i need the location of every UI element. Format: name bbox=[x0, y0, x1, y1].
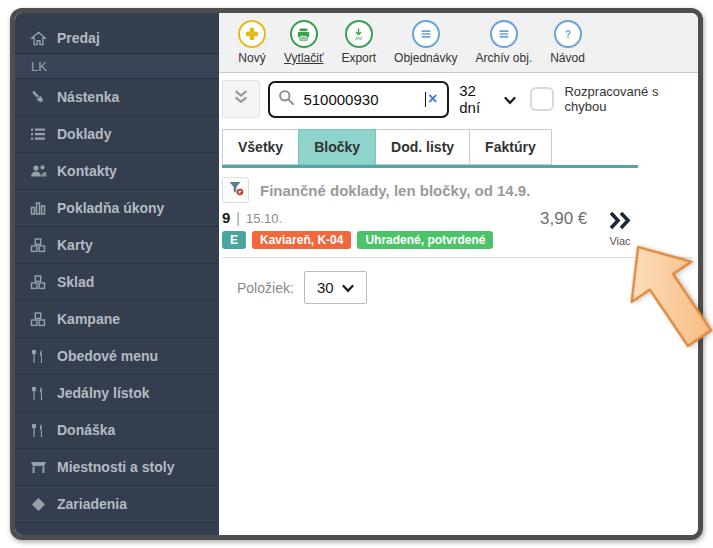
list-icon bbox=[29, 126, 47, 142]
toolbar-label: Vytlačiť bbox=[284, 51, 323, 65]
pagination: Položiek: 30 bbox=[237, 271, 367, 304]
tab-label: Dod. listy bbox=[391, 139, 454, 155]
cubes-icon bbox=[29, 237, 47, 253]
amount-value: 3,90 € bbox=[540, 209, 587, 229]
sidebar-item-predaj[interactable]: Predaj bbox=[15, 23, 219, 53]
tab-label: Všetky bbox=[238, 139, 283, 155]
toolbar: Nový Vytlačiť xml Export bbox=[219, 13, 698, 73]
location-badge: Kaviareň, K-04 bbox=[252, 231, 351, 249]
payment-status-badge: Uhradené, potvrdené bbox=[357, 231, 493, 249]
sidebar-item-pokladna-ukony[interactable]: Pokladňa úkony bbox=[15, 190, 219, 227]
period-select[interactable]: 32 dní bbox=[459, 82, 516, 116]
cutlery-icon bbox=[29, 385, 47, 401]
sidebar-item-lk[interactable]: LK bbox=[15, 53, 219, 79]
sidebar-item-obedove-menu[interactable]: Obedové menu bbox=[15, 338, 219, 375]
svg-text:?: ? bbox=[564, 29, 570, 40]
cutlery-icon bbox=[29, 348, 47, 364]
users-icon bbox=[29, 163, 47, 179]
double-chevron-down-icon bbox=[232, 88, 250, 110]
sidebar-item-karty[interactable]: Karty bbox=[15, 227, 219, 264]
sidebar-item-label: Obedové menu bbox=[57, 348, 158, 364]
sidebar-item-label: Kontakty bbox=[57, 163, 117, 179]
chevron-down-icon bbox=[342, 279, 354, 296]
sidebar-item-label: Nástenka bbox=[57, 89, 119, 105]
sidebar-item-zariadenia[interactable]: Zariadenia bbox=[15, 486, 219, 523]
orders-archive-button[interactable]: Archív obj. bbox=[466, 20, 541, 65]
sidebar-item-label: Doklady bbox=[57, 126, 111, 142]
new-button[interactable]: Nový bbox=[229, 20, 275, 65]
search-input[interactable]: 510000930 × bbox=[268, 81, 449, 118]
print-button[interactable]: Vytlačiť bbox=[275, 20, 332, 65]
document-type-tabs: Všetky Bločky Dod. listy Faktúry bbox=[222, 129, 551, 165]
table-row[interactable]: 9 | 15.10. E Kaviareň, K-04 Uhradené, po… bbox=[222, 209, 694, 255]
sidebar-item-kampane[interactable]: Kampane bbox=[15, 301, 219, 338]
sidebar-item-label: Miestnosti a stoly bbox=[57, 459, 174, 475]
tab-label: Faktúry bbox=[485, 139, 536, 155]
sidebar-item-doklady[interactable]: Doklady bbox=[15, 116, 219, 153]
export-button[interactable]: xml Export bbox=[332, 20, 385, 65]
sidebar: Predaj LK Nástenka Doklady bbox=[15, 13, 219, 535]
chevron-down-icon bbox=[504, 91, 516, 108]
toolbar-label: Export bbox=[341, 51, 376, 65]
paintbrush-icon bbox=[29, 89, 47, 105]
help-button[interactable]: ? Návod bbox=[541, 20, 594, 65]
tab-dod-listy[interactable]: Dod. listy bbox=[375, 129, 470, 165]
tab-faktury[interactable]: Faktúry bbox=[469, 129, 552, 165]
sidebar-item-label: Sklad bbox=[57, 274, 94, 290]
more-label: Viac bbox=[598, 235, 642, 247]
bar-chart-icon bbox=[29, 200, 47, 216]
remove-filter-button[interactable] bbox=[222, 177, 249, 203]
sidebar-item-label: Kampane bbox=[57, 311, 120, 327]
cubes-icon bbox=[29, 274, 47, 290]
sidebar-item-label: Pokladňa úkony bbox=[57, 200, 164, 216]
main-area: Nový Vytlačiť xml Export bbox=[219, 13, 698, 535]
svg-text:xml: xml bbox=[355, 36, 362, 41]
tab-blocky[interactable]: Bločky bbox=[298, 129, 376, 165]
funnel-remove-icon bbox=[228, 180, 244, 200]
screenshot-canvas: Predaj LK Nástenka Doklady bbox=[0, 0, 713, 548]
sidebar-item-label: Predaj bbox=[57, 30, 100, 46]
checkbox-label: Rozpracované s chybou bbox=[564, 84, 698, 114]
cutlery-icon bbox=[29, 422, 47, 438]
toolbar-label: Nový bbox=[238, 51, 265, 65]
menu-lines-circle-icon bbox=[490, 20, 518, 48]
status-badge: E bbox=[222, 231, 246, 249]
items-per-page-value: 30 bbox=[317, 279, 334, 296]
sidebar-item-sklad[interactable]: Sklad bbox=[15, 264, 219, 301]
sidebar-item-label: LK bbox=[31, 59, 47, 74]
printer-circle-icon bbox=[290, 20, 318, 48]
menu-lines-circle-icon bbox=[412, 20, 440, 48]
sidebar-item-donaska[interactable]: Donáška bbox=[15, 412, 219, 449]
more-button[interactable]: Viac bbox=[598, 211, 642, 247]
filter-summary-text: Finančné doklady, len bločky, od 14.9. bbox=[260, 182, 530, 199]
toolbar-label: Návod bbox=[550, 51, 585, 65]
toolbar-label: Archív obj. bbox=[475, 51, 532, 65]
sidebar-item-nastenka[interactable]: Nástenka bbox=[15, 79, 219, 116]
item-count: 9 bbox=[222, 209, 230, 226]
clear-search-icon[interactable]: × bbox=[426, 90, 439, 108]
sidebar-item-label: Karty bbox=[57, 237, 93, 253]
tab-label: Bločky bbox=[314, 139, 360, 155]
diamond-icon bbox=[29, 496, 47, 512]
search-icon bbox=[278, 89, 295, 110]
period-value: 32 dní bbox=[459, 82, 498, 116]
item-date: 15.10. bbox=[246, 211, 282, 226]
row-divider bbox=[222, 257, 692, 258]
orders-button[interactable]: Objednávky bbox=[385, 20, 466, 65]
sidebar-item-label: Donáška bbox=[57, 422, 115, 438]
items-per-page-select[interactable]: 30 bbox=[304, 271, 367, 304]
sidebar-item-kontakty[interactable]: Kontakty bbox=[15, 153, 219, 190]
filter-bar: 510000930 × 32 dní Rozpracované s chybou bbox=[222, 80, 698, 118]
tab-vsetky[interactable]: Všetky bbox=[222, 129, 299, 165]
separator-bar: | bbox=[236, 210, 240, 226]
home-icon bbox=[29, 30, 47, 46]
sidebar-item-miestnosti-a-stoly[interactable]: Miestnosti a stoly bbox=[15, 449, 219, 486]
error-drafts-checkbox[interactable] bbox=[530, 87, 554, 111]
sidebar-item-label: Jedálny lístok bbox=[57, 385, 150, 401]
sidebar-item-jedalny-listok[interactable]: Jedálny lístok bbox=[15, 375, 219, 412]
cubes-icon bbox=[29, 311, 47, 327]
export-xml-circle-icon: xml bbox=[345, 20, 373, 48]
expand-filters-button[interactable] bbox=[222, 80, 260, 118]
plus-circle-icon bbox=[238, 20, 266, 48]
app-window: Predaj LK Nástenka Doklady bbox=[10, 8, 703, 540]
